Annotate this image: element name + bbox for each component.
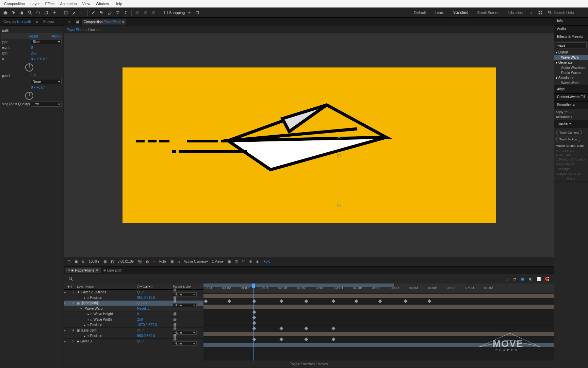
info-panel[interactable]: Info xyxy=(554,18,588,25)
tl-snap-icon[interactable]: 🧲 xyxy=(543,275,551,282)
pickwhip-icon[interactable]: @ xyxy=(173,299,177,303)
align-panel[interactable]: Align xyxy=(554,86,588,93)
toggle-switches-modes[interactable]: Toggle Switches / Modes xyxy=(64,361,554,367)
wave-warp-effect[interactable]: ▾ Wave Warp xyxy=(76,307,137,310)
position-prop[interactable]: ⬥ ⬡ Position xyxy=(76,296,137,300)
fx-cat-distort[interactable]: ▾ Distort xyxy=(554,50,588,55)
hand-tool-icon[interactable] xyxy=(18,9,26,16)
direction-dial[interactable] xyxy=(25,63,33,72)
wave-width-value[interactable]: 250 xyxy=(31,51,62,55)
keyframe[interactable] xyxy=(427,299,431,303)
workspace-grid-icon[interactable] xyxy=(537,9,544,16)
keyframe[interactable] xyxy=(227,299,231,303)
parent-dropdown[interactable]: None▾ xyxy=(173,303,197,307)
panel-overflow-icon[interactable]: » xyxy=(33,18,41,26)
fx-radio-waves[interactable]: Radio Waves xyxy=(554,70,588,75)
keyframe[interactable] xyxy=(378,299,382,303)
menu-window[interactable]: Window xyxy=(93,2,112,6)
keyframe[interactable] xyxy=(252,310,256,314)
close-comp-icon[interactable]: × xyxy=(66,18,73,26)
keyframe[interactable] xyxy=(304,299,308,303)
timeline-tab-paperplane[interactable]: × ■ PaperPlane ≡ xyxy=(65,267,101,273)
wave-width-prop[interactable]: ⬥ ⬡ Wave Width xyxy=(76,318,137,321)
menu-help[interactable]: Help xyxy=(112,2,125,6)
keyframe[interactable] xyxy=(304,337,308,341)
transparency-icon[interactable]: ▦ xyxy=(168,260,176,263)
position-val-3[interactable]: 960.0,540.0 xyxy=(137,334,173,338)
timeline-tracks[interactable]: 1:00f 00:15f 01:00f 01:15f 02:00f 02:15f… xyxy=(203,283,554,361)
keyframe[interactable] xyxy=(331,326,335,330)
motion-source-value[interactable]: None xyxy=(577,144,585,148)
workspace-libraries[interactable]: Libraries xyxy=(504,9,527,16)
pen-tool-icon[interactable] xyxy=(70,9,78,16)
wave-width-val[interactable]: 250 xyxy=(137,318,173,321)
menu-effect[interactable]: Effect xyxy=(43,2,58,6)
line-path-layer[interactable]: ▣ [Line path] xyxy=(76,301,137,305)
position-prop-3[interactable]: ⬥ ⬡ Position xyxy=(76,334,137,338)
snapping-checkbox[interactable] xyxy=(164,11,168,14)
pickwhip-icon[interactable]: @ xyxy=(173,318,177,322)
reset-link[interactable]: Reset xyxy=(29,34,38,38)
keyframe[interactable] xyxy=(252,321,256,325)
puppet-tool-icon[interactable] xyxy=(122,9,130,16)
search-help-input[interactable] xyxy=(553,11,584,15)
view-opt5-icon[interactable]: ◐ xyxy=(254,260,261,263)
effects-search-input[interactable] xyxy=(557,44,588,47)
keyframe[interactable] xyxy=(304,326,308,330)
keyframe[interactable] xyxy=(204,299,208,303)
menu-composition[interactable]: Composition xyxy=(1,2,28,6)
pinning-dropdown[interactable]: None▾ xyxy=(31,79,62,84)
pickwhip-icon[interactable]: @ xyxy=(173,288,177,292)
layer-3[interactable]: ■ Layer 3 xyxy=(76,339,137,343)
wave-type-dropdown[interactable]: Sine▾ xyxy=(31,39,62,44)
project-tab[interactable]: Project xyxy=(41,19,56,24)
workspace-overflow-icon[interactable]: » xyxy=(528,9,535,16)
snap-opt2-icon[interactable] xyxy=(194,9,201,16)
camera-dropdown[interactable]: Active Camera ▾ xyxy=(182,260,210,263)
workspace-small-screen[interactable]: Small Screen xyxy=(473,9,503,16)
layer-2-outlines[interactable]: ★ Layer 2 Outlines xyxy=(76,290,137,294)
home-icon[interactable] xyxy=(2,9,9,16)
menu-layer[interactable]: Layer xyxy=(28,2,43,6)
keyframe[interactable] xyxy=(252,326,256,330)
region-icon[interactable]: □ xyxy=(176,260,182,263)
about-link[interactable]: About xyxy=(52,34,62,38)
wave-speed-value[interactable]: 1.0 xyxy=(31,74,62,78)
view-opt2-icon[interactable]: ◫ xyxy=(233,260,240,263)
fx-cat-generate[interactable]: ▾ Generate xyxy=(554,60,588,65)
channel-icon[interactable]: ◐ xyxy=(144,260,151,263)
track-motion-button[interactable]: Track Motion xyxy=(556,137,580,142)
phase-value[interactable]: 0 x +0.0 ° xyxy=(31,86,62,89)
text-tool-icon[interactable]: T xyxy=(78,9,86,16)
clone-tool-icon[interactable] xyxy=(98,9,105,16)
tl-motion-blur-icon[interactable]: ◐ xyxy=(527,275,535,282)
keyframe[interactable] xyxy=(354,299,358,303)
wave-height-value[interactable]: 0 xyxy=(31,46,62,49)
fx-audio-waveform[interactable]: Audio Waveform xyxy=(554,65,588,70)
tl-shy-icon[interactable]: ◔ xyxy=(511,275,518,282)
breadcrumb-main[interactable]: PaperPlane xyxy=(67,28,84,32)
rotate-tool-icon[interactable] xyxy=(43,9,50,16)
tl-frame-blend-icon[interactable]: ▦ xyxy=(519,275,526,282)
tl-comp-flow-icon[interactable]: ⬚ xyxy=(503,275,510,282)
menu-animation[interactable]: Animation xyxy=(58,2,80,6)
antialias-dropdown[interactable]: Low▾ xyxy=(31,102,62,107)
timecode-display[interactable]: 0:00:01:09 xyxy=(116,260,136,263)
smoother-panel[interactable]: Smoother ≡ xyxy=(554,102,588,109)
views-dropdown[interactable]: 1 View ▾ xyxy=(210,260,226,263)
fx-cat-simulation[interactable]: ▾ Simulation xyxy=(554,75,588,80)
line-path-layer-2[interactable]: ▣ [Line path] xyxy=(76,328,137,332)
lock-icon[interactable] xyxy=(74,18,81,26)
pickwhip-icon[interactable]: @ xyxy=(173,337,177,341)
roto-tool-icon[interactable] xyxy=(114,9,121,16)
view-opt1-icon[interactable]: ▣ xyxy=(226,260,233,263)
keyframe[interactable] xyxy=(404,299,407,303)
pickwhip-icon[interactable]: @ xyxy=(173,312,177,316)
direction-value[interactable]: 0 x +90.0 ° xyxy=(31,57,62,61)
wave-height-val[interactable]: 0 xyxy=(137,312,173,316)
fx-wave-world[interactable]: Wave World xyxy=(554,80,588,86)
exposure-value[interactable]: +0.0 xyxy=(261,260,272,263)
zoom-dropdown[interactable]: 100% ▾ xyxy=(87,260,101,263)
keyframe[interactable] xyxy=(331,337,335,341)
resolution-dropdown[interactable]: Full ▾ xyxy=(157,260,168,263)
